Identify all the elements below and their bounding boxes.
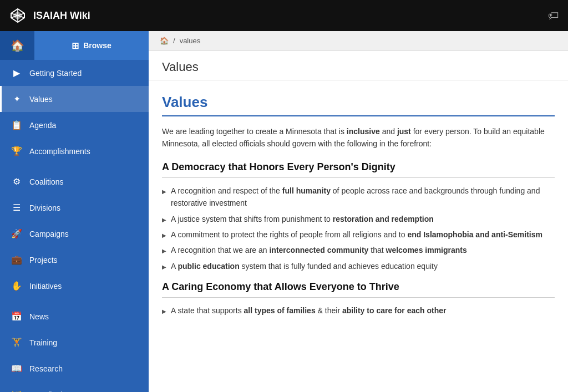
sidebar-label-agenda: Agenda xyxy=(29,121,56,130)
bullet-icon: ▶ xyxy=(162,307,166,316)
sidebar-label-values: Values xyxy=(29,95,53,104)
breadcrumb: 🏠 / values xyxy=(149,31,568,51)
breadcrumb-separator: / xyxy=(173,37,175,45)
sidebar-item-contributing[interactable]: 🤝 Contributing xyxy=(0,381,149,392)
sidebar-item-news[interactable]: 📅 News xyxy=(0,303,149,329)
list-item: ▶ A public education system that is full… xyxy=(162,260,555,272)
bullet-icon: ▶ xyxy=(162,216,166,225)
browse-label: Browse xyxy=(83,41,111,50)
home-icon: 🏠 xyxy=(11,39,24,52)
list-item: ▶ A state that supports all types of fam… xyxy=(162,304,555,317)
list-item: ▶ A commitment to protect the rights of … xyxy=(162,228,555,241)
handshake-icon: 🤝 xyxy=(11,389,23,392)
sidebar-label-news: News xyxy=(29,312,49,321)
breadcrumb-current: values xyxy=(180,37,201,45)
blue-divider xyxy=(162,115,555,116)
sidebar-label-initiatives: Initiatives xyxy=(29,282,62,291)
sidebar-browse-button[interactable]: ⊞ Browse xyxy=(34,31,149,60)
sidebar-item-getting-started[interactable]: ▶ Getting Started xyxy=(0,60,149,86)
bullet-icon: ▶ xyxy=(162,263,166,272)
sidebar-item-divisions[interactable]: ☰ Divisions xyxy=(0,195,149,221)
dumbbell-icon: 🏋 xyxy=(11,337,23,348)
main-content: Values We are leading together to create… xyxy=(149,80,568,392)
sidebar-item-projects[interactable]: 💼 Projects xyxy=(0,247,149,273)
economy-list: ▶ A state that supports all types of fam… xyxy=(162,304,555,317)
bullet-icon: ▶ xyxy=(162,247,166,256)
bullet-icon: ▶ xyxy=(162,187,166,196)
sidebar-label-divisions: Divisions xyxy=(29,203,60,212)
logo-icon xyxy=(9,7,27,24)
intro-text: We are leading together to create a Minn… xyxy=(162,125,555,150)
sidebar-item-research[interactable]: 📖 Research xyxy=(0,355,149,381)
sidebar-item-initiatives[interactable]: ✋ Initiatives xyxy=(0,273,149,299)
page-title: Values xyxy=(162,60,555,74)
sidebar-item-accomplishments[interactable]: 🏆 Accomplishments xyxy=(0,138,149,164)
clipboard-icon: 📋 xyxy=(11,120,23,130)
list-item: ▶ A recognition and respect of the full … xyxy=(162,185,555,210)
sidebar-nav-top: 🏠 ⊞ Browse xyxy=(0,31,149,60)
breadcrumb-home-icon[interactable]: 🏠 xyxy=(160,37,169,45)
briefcase-icon: 💼 xyxy=(11,254,23,265)
sidebar-label-accomplishments: Accomplishments xyxy=(29,147,90,156)
sidebar: 🏠 ⊞ Browse ▶ Getting Started ✦ Values 📋 … xyxy=(0,31,149,392)
calendar-icon: 📅 xyxy=(11,311,23,322)
sidebar-item-agenda[interactable]: 📋 Agenda xyxy=(0,112,149,138)
sidebar-item-coalitions[interactable]: ⚙ Coalitions xyxy=(0,169,149,195)
sidebar-label-coalitions: Coalitions xyxy=(29,177,63,186)
trophy-icon: 🏆 xyxy=(11,146,23,156)
sidebar-home-button[interactable]: 🏠 xyxy=(0,31,34,60)
grid-icon: ☰ xyxy=(11,202,23,213)
sparkle-icon: ✦ xyxy=(11,94,23,104)
app-title: ISAIAH Wiki xyxy=(33,10,90,22)
topbar: ISAIAH Wiki 🏷 xyxy=(0,0,568,31)
browse-icon: ⊞ xyxy=(72,40,79,51)
bullet-icon: ▶ xyxy=(162,231,166,240)
sidebar-label-campaigns: Campaigns xyxy=(29,230,69,238)
sidebar-label-getting-started: Getting Started xyxy=(29,69,82,78)
sidebar-label-contributing: Contributing xyxy=(29,390,72,393)
gear-icon: ⚙ xyxy=(11,176,23,187)
rocket-icon: 🚀 xyxy=(11,228,23,239)
values-main-heading: Values xyxy=(162,94,555,111)
democracy-list: ▶ A recognition and respect of the full … xyxy=(162,185,555,272)
hand-icon: ✋ xyxy=(11,281,23,291)
section-heading-democracy: A Democracy that Honors Every Person's D… xyxy=(162,161,555,173)
chevron-right-icon: ▶ xyxy=(11,68,23,78)
sidebar-item-training[interactable]: 🏋 Training xyxy=(0,329,149,355)
sidebar-item-campaigns[interactable]: 🚀 Campaigns xyxy=(0,221,149,247)
section-heading-economy: A Caring Economy that Allows Everyone to… xyxy=(162,281,555,293)
sidebar-item-values[interactable]: ✦ Values xyxy=(0,86,149,112)
section-divider-democracy xyxy=(162,177,555,178)
book-icon: 📖 xyxy=(11,363,23,374)
sidebar-label-projects: Projects xyxy=(29,256,58,264)
section-divider-economy xyxy=(162,297,555,298)
content-area: 🏠 / values Values Values We are leading … xyxy=(149,31,568,392)
page-header: Values xyxy=(149,51,568,80)
tag-icon[interactable]: 🏷 xyxy=(548,9,559,22)
sidebar-label-research: Research xyxy=(29,364,63,373)
list-item: ▶ A justice system that shifts from puni… xyxy=(162,213,555,225)
list-item: ▶ A recognition that we are an interconn… xyxy=(162,244,555,256)
sidebar-label-training: Training xyxy=(29,338,57,347)
